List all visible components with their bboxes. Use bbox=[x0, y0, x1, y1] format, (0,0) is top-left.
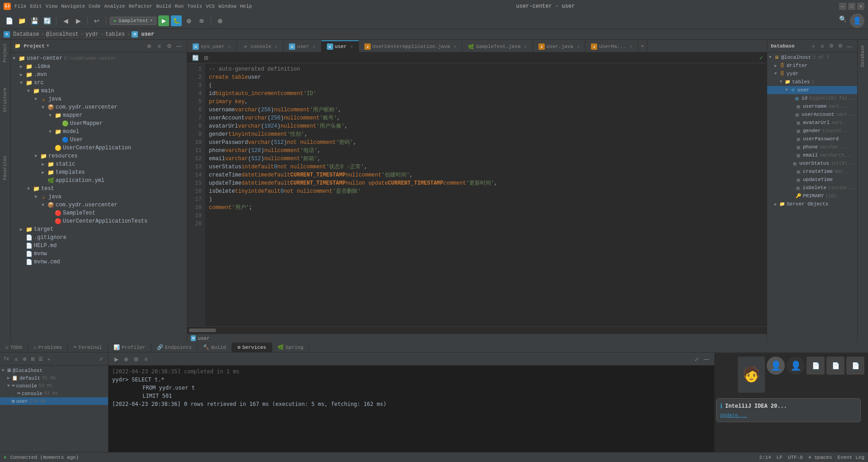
close-button[interactable]: ✕ bbox=[857, 3, 864, 10]
back-button[interactable]: ◀ bbox=[60, 15, 71, 26]
coverage-button[interactable]: ⊕ bbox=[184, 15, 194, 26]
db-panel-settings-button[interactable]: ⚙ bbox=[836, 42, 844, 50]
console-tool-4[interactable]: ≡ bbox=[142, 355, 150, 363]
sidebar-locate-button[interactable]: ⊕ bbox=[145, 42, 153, 50]
tab-close-userma[interactable]: ✕ bbox=[630, 44, 632, 49]
tab-close-sys-user[interactable]: ✕ bbox=[228, 44, 231, 49]
menu-edit[interactable]: Edit bbox=[30, 4, 42, 9]
db-col-gender[interactable]: ▤ gender tinyint... bbox=[767, 127, 857, 135]
db-minimize-button[interactable]: — bbox=[845, 42, 854, 50]
db-new-button[interactable]: + bbox=[809, 42, 817, 50]
tree-package[interactable]: ▼ 📦 com.yydr.usercenter bbox=[11, 103, 187, 111]
save-all-button[interactable]: 💾 bbox=[29, 15, 40, 26]
tree-java[interactable]: ▼ ☕ java bbox=[11, 95, 187, 103]
tab-user2[interactable]: ⊞ user ✕ bbox=[321, 40, 359, 52]
db-col-id[interactable]: ▤ id bigint(20) fai... bbox=[767, 94, 857, 102]
sync-button[interactable]: 🔄 bbox=[42, 15, 52, 26]
svc-expand-button[interactable]: ⤢ bbox=[97, 356, 104, 363]
btab-services[interactable]: ⚙ Services bbox=[232, 343, 272, 352]
forward-button[interactable]: ▶ bbox=[73, 15, 84, 26]
menu-analyze[interactable]: Analyze bbox=[104, 4, 125, 9]
tab-close-sampletest[interactable]: ✕ bbox=[524, 44, 527, 49]
tab-console[interactable]: ⌨ console ✕ bbox=[237, 40, 283, 52]
breadcrumb-schema[interactable]: yydr bbox=[85, 31, 99, 38]
sidebar-collapse-button[interactable]: ≡ bbox=[155, 42, 163, 50]
tree-user-class[interactable]: 🔵 User bbox=[11, 136, 187, 144]
menu-file[interactable]: File bbox=[14, 4, 26, 9]
side-tab-structure[interactable]: Structure bbox=[2, 84, 9, 116]
sidebar-settings-button[interactable]: ⚙ bbox=[165, 42, 173, 50]
svc-tool-2[interactable]: ⊕ bbox=[21, 356, 28, 363]
btab-build[interactable]: 🔨 Build bbox=[198, 343, 232, 352]
search-everywhere-button[interactable]: 🔍 bbox=[837, 14, 848, 24]
tab-close-uca[interactable]: ✕ bbox=[454, 44, 457, 49]
tree-main[interactable]: ▼ 📁 main bbox=[11, 87, 187, 95]
svc-default[interactable]: ▶ 📋 default 51 ms bbox=[0, 374, 108, 382]
db-col-userstatus[interactable]: ▤ userStatus int(0)... bbox=[767, 159, 857, 167]
db-col-isdelete[interactable]: ▤ isDelete tinyint... bbox=[767, 184, 857, 192]
status-indent[interactable]: 4 spaces bbox=[808, 455, 832, 460]
db-col-userpassword[interactable]: ▤ userPassword bbox=[767, 135, 857, 143]
tree-gitignore[interactable]: 📄 .gitignore bbox=[11, 233, 187, 242]
tab-userma[interactable]: J UserMa... ✕ bbox=[585, 40, 638, 52]
status-line-ending[interactable]: LF bbox=[777, 455, 783, 460]
menu-code[interactable]: Code bbox=[89, 4, 100, 9]
db-primary-key[interactable]: 🔑 PRIMARY (id) bbox=[767, 192, 857, 200]
tree-helpmd[interactable]: 📄 HELP.md bbox=[11, 242, 187, 250]
db-server-objects[interactable]: ▶ 📁 Server Objects bbox=[767, 200, 857, 208]
tree-usermapper[interactable]: 🟢 UserMapper bbox=[11, 119, 187, 128]
svc-console-sub[interactable]: ⌨ console 53 ms bbox=[0, 390, 108, 397]
tree-sampletest[interactable]: 🔴 SampleTest bbox=[11, 209, 187, 217]
db-col-useraccount[interactable]: ▤ userAccount varc... bbox=[767, 110, 857, 119]
open-button[interactable]: 📁 bbox=[16, 15, 27, 26]
tree-ucat[interactable]: 🔴 UserCenterApplicationTests bbox=[11, 217, 187, 225]
tab-userjava[interactable]: J User.java ✕ bbox=[533, 40, 585, 52]
db-tables-folder[interactable]: ▼ 📁 tables 1 bbox=[767, 78, 857, 86]
menu-build[interactable]: Build bbox=[156, 4, 171, 9]
db-yydr[interactable]: ▼ 🗄 yydr bbox=[767, 70, 857, 78]
menu-help[interactable]: Help bbox=[240, 4, 252, 9]
sidebar-project-arrow[interactable]: ▼ bbox=[47, 43, 49, 48]
run-button[interactable]: ▶ bbox=[158, 15, 169, 26]
btab-todo[interactable]: ☑ TODO bbox=[0, 343, 28, 352]
svc-tx-button[interactable]: Tx bbox=[4, 357, 9, 362]
db-collapse-button[interactable]: ≡ bbox=[818, 42, 826, 50]
tree-uca[interactable]: 🟡 UserCenterApplication bbox=[11, 144, 187, 152]
tree-test-package[interactable]: ▼ 📦 com.yydr.usercenter bbox=[11, 201, 187, 209]
hscroll-thumb[interactable] bbox=[189, 329, 216, 332]
svc-tool-5[interactable]: + bbox=[45, 356, 52, 363]
tab-sys-user[interactable]: ⊞ sys_user ✕ bbox=[187, 40, 237, 52]
console-tool-2[interactable]: ⊕ bbox=[122, 355, 130, 363]
tree-test-java[interactable]: ▼ ☕ java bbox=[11, 193, 187, 201]
console-tool-3[interactable]: ⊞ bbox=[132, 355, 140, 363]
db-col-updatetime[interactable]: ▤ updateTime bbox=[767, 176, 857, 184]
tab-sampletest[interactable]: 🌿 SampleTest.java ✕ bbox=[462, 40, 533, 52]
editor-hscrollbar[interactable] bbox=[187, 326, 767, 333]
minimize-button[interactable]: — bbox=[839, 3, 846, 10]
new-file-button[interactable]: 📄 bbox=[4, 15, 14, 26]
db-col-email[interactable]: ▤ email varchar(5... bbox=[767, 151, 857, 159]
svc-tool-3[interactable]: ⊞ bbox=[29, 356, 36, 363]
db-settings-button[interactable]: ⚙ bbox=[827, 42, 835, 50]
console-close-button[interactable]: — bbox=[703, 355, 711, 363]
console-tool-1[interactable]: ▶ bbox=[112, 355, 120, 363]
db-drifter[interactable]: ▶ 🗄 drifter bbox=[767, 62, 857, 70]
editor-grid-button[interactable]: ⊞ bbox=[202, 53, 211, 62]
breadcrumb-host[interactable]: @localhost bbox=[46, 31, 79, 38]
tab-close-user1[interactable]: ✕ bbox=[313, 44, 316, 49]
breadcrumb-tables[interactable]: tables bbox=[105, 31, 125, 38]
tree-mvn[interactable]: ▶ 📁 .mvn bbox=[11, 71, 187, 79]
tree-root[interactable]: ▼ 📁 user-center E:\code\user-center bbox=[11, 54, 187, 62]
db-col-phone[interactable]: ▤ phone varchar... bbox=[767, 143, 857, 151]
notification-update-link[interactable]: Update... bbox=[720, 413, 747, 418]
menu-vcs[interactable]: VCS bbox=[206, 4, 215, 9]
menu-refactor[interactable]: Refactor bbox=[129, 4, 153, 9]
code-area[interactable]: -- auto-generated definition create tabl… bbox=[205, 63, 767, 326]
btab-profiler[interactable]: 📊 Profiler bbox=[108, 343, 151, 352]
tab-uca[interactable]: J UserCenterApplication.java ✕ bbox=[359, 40, 462, 52]
db-user-table[interactable]: ▼ ⊞ user bbox=[767, 86, 857, 94]
svc-tool-4[interactable]: ☰ bbox=[37, 356, 44, 363]
maximize-button[interactable]: □ bbox=[848, 3, 855, 10]
tree-static[interactable]: ▶ 📁 static bbox=[11, 160, 187, 168]
menu-window[interactable]: Window bbox=[218, 4, 236, 9]
